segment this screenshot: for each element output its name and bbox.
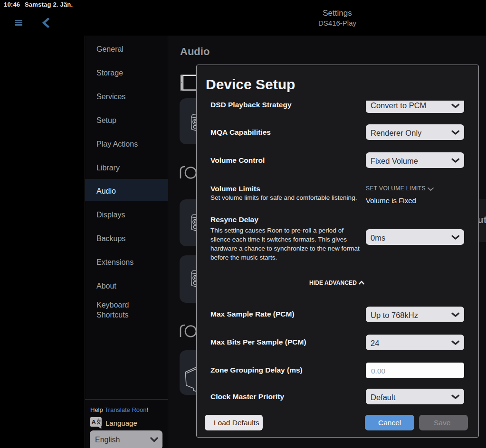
- svg-text:A: A: [91, 419, 96, 426]
